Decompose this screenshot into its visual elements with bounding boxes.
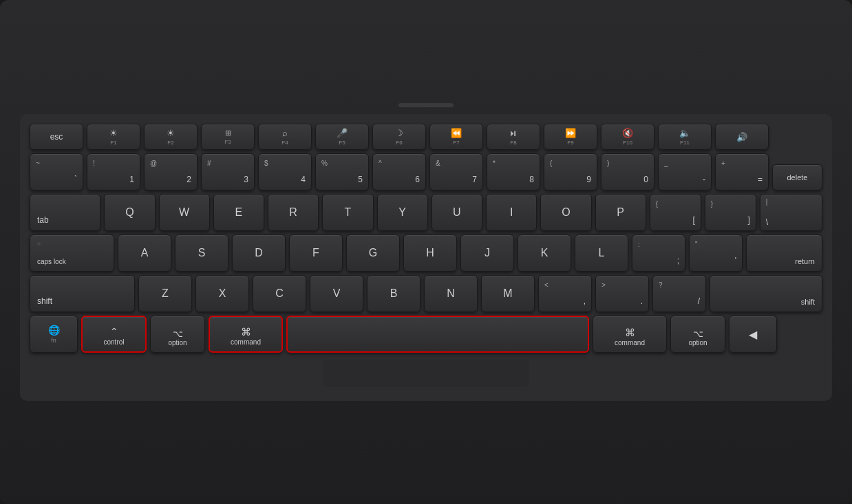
key-f8[interactable]: ⏯ F8	[487, 124, 540, 150]
f8-icon: ⏯	[509, 128, 518, 138]
key-g[interactable]: G	[346, 234, 400, 272]
key-r[interactable]: R	[268, 194, 319, 231]
key-8[interactable]: * 8	[487, 153, 540, 190]
key-delete[interactable]: delete	[772, 164, 822, 190]
key-1[interactable]: ! 1	[87, 153, 140, 190]
key-a[interactable]: A	[118, 234, 171, 272]
key-n[interactable]: N	[424, 275, 478, 312]
key-f12[interactable]: 🔊	[715, 124, 769, 150]
key-capslock[interactable]: caps lock	[30, 234, 114, 272]
key-backslash[interactable]: | \	[760, 194, 822, 231]
f2-label: F2	[167, 140, 173, 146]
key8-top: *	[493, 160, 496, 167]
key-l[interactable]: L	[575, 234, 628, 272]
key-quote[interactable]: " '	[689, 234, 743, 272]
laptop-body: esc ☀ F1 ☀ F2 ⊞ F3 ⌕ F4 🎤 F5	[0, 0, 852, 504]
key-v[interactable]: V	[310, 275, 363, 312]
key-semicolon[interactable]: : ;	[632, 234, 685, 272]
key0-bot: 0	[643, 175, 648, 184]
key-shift-left[interactable]: shift	[30, 275, 135, 312]
bracket-left-bot: [	[692, 216, 694, 224]
key-equal[interactable]: + =	[715, 153, 769, 190]
key-i[interactable]: I	[486, 194, 537, 231]
key-3[interactable]: # 3	[201, 153, 255, 190]
key-y[interactable]: Y	[377, 194, 428, 231]
key-space[interactable]	[286, 316, 589, 353]
backslash-top: |	[766, 198, 768, 206]
key-5[interactable]: % 5	[315, 153, 369, 190]
key-6[interactable]: ^ 6	[372, 153, 426, 190]
key-command-left[interactable]: ⌘ command	[209, 316, 283, 353]
key-2[interactable]: @ 2	[144, 153, 198, 190]
key-command-right[interactable]: ⌘ command	[593, 316, 667, 353]
key-j[interactable]: J	[460, 234, 514, 272]
period-bot: .	[641, 297, 643, 305]
key-f2[interactable]: ☀ F2	[144, 124, 198, 150]
key4-top: $	[264, 160, 268, 167]
key-k[interactable]: K	[518, 234, 571, 272]
key-m[interactable]: M	[481, 275, 535, 312]
key-h[interactable]: H	[403, 234, 457, 272]
option-right-label: option	[688, 339, 707, 347]
key-f11[interactable]: 🔈 F11	[658, 124, 712, 150]
h-label: H	[426, 247, 434, 259]
key-backtick[interactable]: ~ `	[30, 153, 83, 190]
key-o[interactable]: O	[540, 194, 591, 231]
key-f7[interactable]: ⏪ F7	[429, 124, 483, 150]
key-esc[interactable]: esc	[30, 124, 83, 150]
key6-top: ^	[379, 160, 382, 167]
control-label: control	[103, 338, 124, 346]
key-7[interactable]: & 7	[429, 153, 483, 190]
shift-right-label: shift	[801, 298, 815, 306]
key-q[interactable]: Q	[104, 194, 155, 231]
key-f4[interactable]: ⌕ F4	[258, 124, 312, 150]
key-w[interactable]: W	[159, 194, 210, 231]
key-slash[interactable]: ? /	[652, 275, 706, 312]
f7-label: F7	[453, 140, 459, 146]
key-option-left[interactable]: ⌥ option	[150, 316, 205, 353]
q-label: Q	[125, 206, 134, 219]
key-x[interactable]: X	[195, 275, 249, 312]
key-9[interactable]: ( 9	[544, 153, 597, 190]
key-e[interactable]: E	[213, 194, 264, 231]
key-d[interactable]: D	[232, 234, 286, 272]
key-option-right[interactable]: ⌥ option	[670, 316, 725, 353]
key-comma[interactable]: < ,	[538, 275, 592, 312]
c-label: C	[275, 287, 284, 300]
key-4[interactable]: $ 4	[258, 153, 312, 190]
key-s[interactable]: S	[175, 234, 228, 272]
zxcv-row: shift Z X C V B N M <	[30, 275, 822, 312]
key-b[interactable]: B	[367, 275, 420, 312]
key-tab[interactable]: tab	[30, 194, 100, 231]
key-minus[interactable]: _ -	[658, 153, 712, 190]
key1-bot: 1	[129, 175, 134, 184]
key-arrow-left[interactable]: ◀	[729, 316, 777, 353]
v-label: V	[333, 287, 341, 300]
key-period[interactable]: > .	[595, 275, 649, 312]
key-z[interactable]: Z	[138, 275, 192, 312]
control-up-icon: ⌃	[110, 326, 118, 337]
key-control[interactable]: ⌃ control	[81, 316, 147, 353]
option-right-icon: ⌥	[693, 329, 703, 339]
touchpad[interactable]	[323, 360, 529, 387]
key7-top: &	[436, 160, 440, 167]
slash-bot: /	[698, 297, 700, 305]
key-fn-globe[interactable]: 🌐 fn	[30, 316, 78, 353]
key-f[interactable]: F	[289, 234, 343, 272]
key-f9[interactable]: ⏩ F9	[544, 124, 597, 150]
key-bracket-right[interactable]: } ]	[705, 194, 756, 231]
key-0[interactable]: ) 0	[601, 153, 654, 190]
key-f10[interactable]: 🔇 F10	[601, 124, 654, 150]
key-f6[interactable]: ☽ F6	[372, 124, 426, 150]
key-c[interactable]: C	[253, 275, 306, 312]
key-shift-right[interactable]: shift	[710, 275, 822, 312]
key-t[interactable]: T	[322, 194, 373, 231]
key-bracket-left[interactable]: { [	[650, 194, 701, 231]
z-label: Z	[162, 287, 169, 300]
key-p[interactable]: P	[595, 194, 646, 231]
key-f5[interactable]: 🎤 F5	[315, 124, 369, 150]
key-return[interactable]: return	[746, 234, 822, 272]
key-f1[interactable]: ☀ F1	[87, 124, 140, 150]
key-u[interactable]: U	[432, 194, 482, 231]
key-f3[interactable]: ⊞ F3	[201, 124, 255, 150]
